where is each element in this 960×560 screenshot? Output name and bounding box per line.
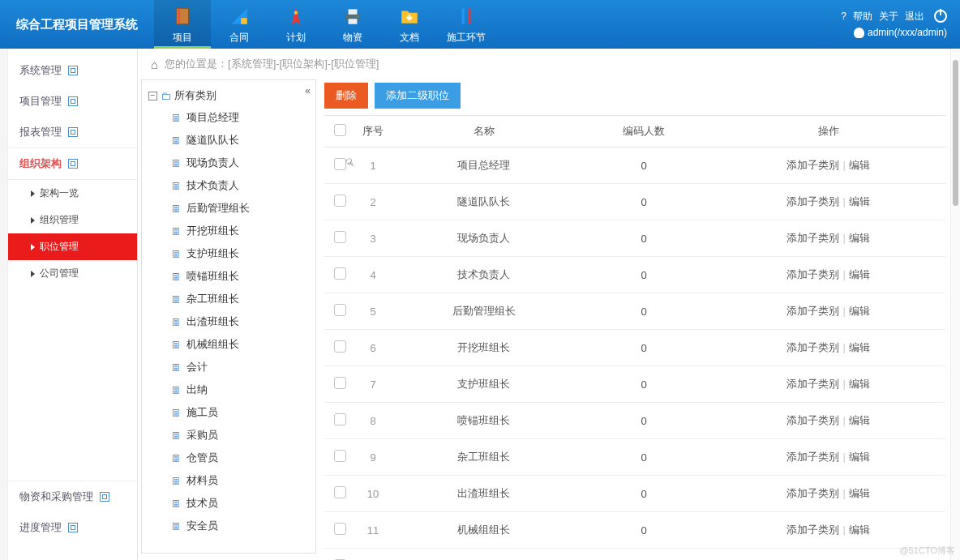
edit-link[interactable]: 编辑 (849, 232, 870, 244)
sidebar-item-report[interactable]: 报表管理 (8, 117, 137, 147)
tree-node[interactable]: 🗏材料员 (142, 469, 315, 492)
sidebar-item-procurement[interactable]: 物资和采购管理 (8, 481, 137, 512)
edit-link[interactable]: 编辑 (849, 524, 870, 536)
tree-node[interactable]: 🗏采购员 (142, 424, 315, 447)
tree-node[interactable]: 🗏后勤管理组长 (142, 197, 315, 220)
edit-link[interactable]: 编辑 (849, 159, 870, 171)
sidebar-item-organization[interactable]: 组织架构 (8, 147, 137, 180)
cell-seq: 6 (355, 330, 391, 366)
sidebar-item-progress[interactable]: 进度管理 (8, 512, 137, 543)
nav-contract[interactable]: 合同 (211, 0, 268, 49)
question-icon[interactable]: ? (841, 8, 846, 24)
right-scrollbar[interactable] (950, 49, 960, 560)
add-subcategory-link[interactable]: 添加子类别 (786, 487, 839, 499)
edit-link[interactable]: 编辑 (849, 305, 870, 317)
add-subcategory-link[interactable]: 添加子类别 (786, 451, 839, 463)
add-subcategory-link[interactable]: 添加子类别 (786, 268, 839, 280)
nav-plan[interactable]: 计划 (268, 0, 324, 49)
add-subcategory-link[interactable]: 添加子类别 (786, 378, 839, 390)
cell-name: 杂工班组长 (391, 439, 576, 476)
checkbox[interactable] (334, 304, 346, 316)
tree-node[interactable]: 🗏开挖班组长 (142, 220, 315, 242)
nav-material[interactable]: 物资 (324, 0, 381, 49)
help-link[interactable]: 帮助 (853, 8, 872, 24)
scrollbar-thumb[interactable] (953, 60, 958, 206)
power-icon[interactable] (934, 10, 947, 23)
cell-op: 添加子类别|编辑 (711, 220, 945, 257)
edit-link[interactable]: 编辑 (849, 378, 870, 390)
edit-link[interactable]: 编辑 (849, 341, 870, 353)
checkbox[interactable] (334, 267, 346, 280)
sidebar-item-system[interactable]: 系统管理 (8, 55, 137, 86)
tree-node[interactable]: 🗏仓管员 (142, 447, 315, 469)
checkbox[interactable] (334, 377, 346, 389)
sidebar: 系统管理 项目管理 报表管理 组织架构 架构一览 组织管理 职位管理 公司管理 … (8, 49, 138, 560)
edit-link[interactable]: 编辑 (849, 487, 870, 499)
home-icon[interactable]: ⌂ (151, 58, 158, 71)
add-subcategory-link[interactable]: 添加子类别 (786, 341, 839, 353)
sidebar-sub-org-manage[interactable]: 组织管理 (8, 207, 137, 233)
checkbox[interactable] (334, 195, 346, 207)
edit-link[interactable]: 编辑 (849, 268, 870, 280)
add-subcategory-link[interactable]: 添加子类别 (786, 232, 839, 244)
tree-node[interactable]: 🗏技术负责人 (142, 174, 315, 197)
edit-link[interactable]: 编辑 (849, 414, 870, 426)
tree-node[interactable]: 🗏出渣班组长 (142, 310, 315, 333)
col-op: 操作 (711, 116, 945, 147)
checkbox[interactable] (334, 523, 346, 535)
add-subcategory-link[interactable]: 添加子类别 (786, 305, 839, 317)
tree-node[interactable]: 🗏杂工班组长 (142, 288, 315, 310)
edit-link[interactable]: 编辑 (849, 451, 870, 463)
sidebar-item-project[interactable]: 项目管理 (8, 86, 137, 117)
checkbox[interactable] (334, 486, 346, 498)
toggle-minus-icon[interactable]: − (148, 92, 157, 100)
file-icon: 🗏 (171, 361, 182, 374)
cell-op: 添加子类别|编辑 (711, 476, 945, 512)
tree-node[interactable]: 🗏喷锚班组长 (142, 265, 315, 288)
nav-construction[interactable]: 施工环节 (438, 0, 495, 49)
left-scrollbar[interactable] (0, 49, 8, 560)
tree-node[interactable]: 🗏技术员 (142, 492, 315, 515)
tree-node[interactable]: 🗏出纳 (142, 378, 315, 401)
nav-document[interactable]: 文档 (381, 0, 438, 49)
table-row: 6开挖班组长0添加子类别|编辑 (324, 330, 945, 366)
file-icon: 🗏 (171, 180, 182, 192)
tree-node[interactable]: 🗏会计 (142, 356, 315, 378)
checkbox[interactable] (334, 413, 346, 425)
checkbox[interactable] (334, 340, 346, 353)
table-row: 4技术负责人0添加子类别|编辑 (324, 257, 945, 293)
add-second-position-button[interactable]: 添加二级职位 (375, 83, 461, 109)
cell-op: 添加子类别|编辑 (711, 439, 945, 476)
cell-name: 机械组组长 (391, 512, 576, 549)
checkbox[interactable] (334, 450, 346, 462)
checkbox[interactable] (334, 231, 346, 243)
tree-node[interactable]: 🗏机械组组长 (142, 333, 315, 356)
tree-node[interactable]: 🗏现场负责人 (142, 152, 315, 174)
sidebar-sub-position-manage[interactable]: 职位管理 (8, 233, 137, 260)
add-subcategory-link[interactable]: 添加子类别 (786, 195, 839, 207)
nav-project[interactable]: 项目 (154, 0, 211, 49)
add-subcategory-link[interactable]: 添加子类别 (786, 524, 839, 536)
logout-link[interactable]: 退出 (905, 8, 924, 24)
tree-node[interactable]: 🗏安全员 (142, 515, 315, 537)
collapse-icon[interactable]: « (305, 85, 311, 96)
table-row: 5后勤管理组长0添加子类别|编辑 (324, 293, 945, 330)
svg-point-8 (357, 15, 358, 16)
add-subcategory-link[interactable]: 添加子类别 (786, 414, 839, 426)
sidebar-sub-company-manage[interactable]: 公司管理 (8, 260, 137, 287)
tree-root[interactable]: − 🗀 所有类别 (142, 85, 315, 106)
delete-button[interactable]: 删除 (324, 83, 368, 109)
caret-icon (31, 271, 35, 277)
about-link[interactable]: 关于 (879, 8, 898, 24)
cell-seq: 3 (355, 220, 391, 257)
edit-link[interactable]: 编辑 (849, 195, 870, 207)
tree-node[interactable]: 🗏施工员 (142, 401, 315, 424)
cell-count: 0 (576, 439, 711, 476)
sidebar-sub-arch-overview[interactable]: 架构一览 (8, 180, 137, 207)
checkbox-all[interactable] (334, 124, 346, 136)
tree-node[interactable]: 🗏项目总经理 (142, 106, 315, 129)
add-subcategory-link[interactable]: 添加子类别 (786, 159, 839, 171)
tree-node[interactable]: 🗏隧道队队长 (142, 129, 315, 152)
tree-node[interactable]: 🗏支护班组长 (142, 242, 315, 265)
checkbox[interactable] (334, 158, 346, 170)
